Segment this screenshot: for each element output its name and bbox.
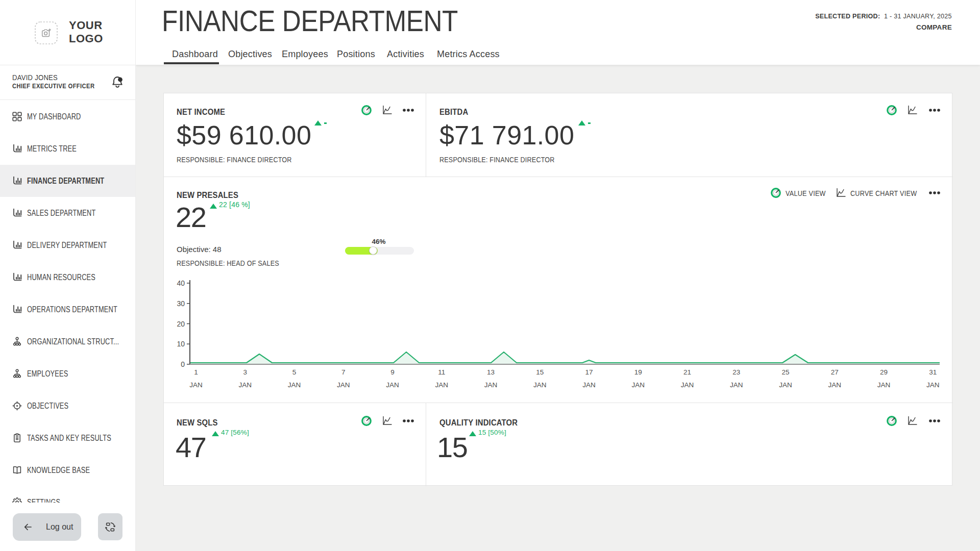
svg-text:31: 31 bbox=[929, 368, 937, 376]
svg-text:JAN: JAN bbox=[189, 381, 203, 389]
svg-text:3: 3 bbox=[243, 368, 247, 376]
svg-text:JAN: JAN bbox=[582, 381, 596, 389]
svg-text:JAN: JAN bbox=[533, 381, 547, 389]
svg-text:JAN: JAN bbox=[631, 381, 645, 389]
svg-text:5: 5 bbox=[292, 368, 297, 376]
svg-text:JAN: JAN bbox=[779, 381, 792, 389]
svg-text:19: 19 bbox=[634, 368, 642, 376]
svg-text:15: 15 bbox=[536, 368, 544, 376]
svg-text:1: 1 bbox=[194, 368, 198, 376]
svg-text:JAN: JAN bbox=[877, 381, 891, 389]
svg-text:JAN: JAN bbox=[828, 381, 841, 389]
svg-text:30: 30 bbox=[177, 299, 185, 308]
svg-text:27: 27 bbox=[831, 368, 839, 376]
svg-text:JAN: JAN bbox=[238, 381, 252, 389]
svg-text:23: 23 bbox=[732, 368, 740, 376]
svg-text:20: 20 bbox=[177, 320, 185, 328]
svg-text:JAN: JAN bbox=[288, 381, 301, 389]
svg-text:9: 9 bbox=[390, 368, 395, 376]
svg-text:JAN: JAN bbox=[926, 381, 940, 389]
svg-text:17: 17 bbox=[585, 368, 593, 376]
svg-text:25: 25 bbox=[781, 368, 789, 376]
svg-text:JAN: JAN bbox=[337, 381, 350, 389]
svg-text:JAN: JAN bbox=[681, 381, 694, 389]
svg-text:40: 40 bbox=[177, 279, 185, 287]
svg-text:11: 11 bbox=[438, 368, 445, 376]
svg-text:21: 21 bbox=[683, 368, 691, 376]
svg-text:JAN: JAN bbox=[730, 381, 743, 389]
svg-text:13: 13 bbox=[487, 368, 495, 376]
svg-text:JAN: JAN bbox=[386, 381, 399, 389]
svg-text:29: 29 bbox=[880, 368, 888, 376]
svg-text:JAN: JAN bbox=[484, 381, 498, 389]
svg-text:0: 0 bbox=[181, 360, 185, 368]
svg-text:10: 10 bbox=[177, 340, 185, 348]
svg-text:JAN: JAN bbox=[435, 381, 448, 389]
svg-text:7: 7 bbox=[341, 368, 346, 376]
